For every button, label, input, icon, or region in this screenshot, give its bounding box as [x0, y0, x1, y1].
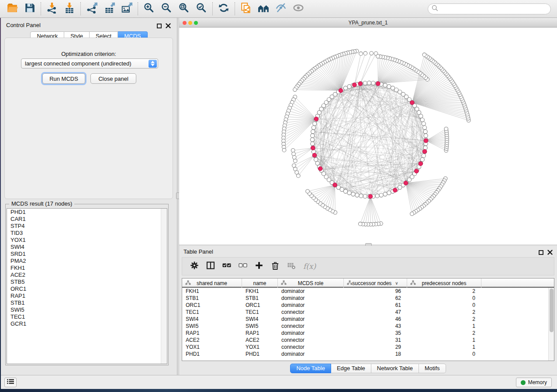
table-cell: 35 [344, 330, 407, 337]
tab-network-table[interactable]: Network Table [371, 364, 419, 373]
table-row[interactable]: SWI5SWI5connector431 [182, 323, 554, 330]
save-session-button[interactable] [21, 1, 38, 16]
control-panel-title: Control Panel [6, 22, 41, 28]
table-cell: SWI5 [182, 323, 242, 330]
mcds-result-list[interactable]: PHD1CAR1STP4TID3YOX1SWI4SRD1PMA2FKH1ACE2… [7, 208, 167, 364]
mcds-result-item[interactable]: CAR1 [7, 216, 167, 223]
sitemap-icon [185, 280, 191, 286]
table-row[interactable]: TEC1TEC1connector472 [182, 309, 554, 316]
mcds-result-item[interactable]: STP4 [7, 223, 167, 230]
mcds-result-item[interactable]: PMA2 [7, 258, 167, 265]
search-icon [431, 4, 439, 14]
mcds-result-item[interactable]: STB5 [7, 279, 167, 285]
export-image-button[interactable] [118, 1, 135, 16]
mcds-result-item[interactable]: ORC1 [7, 285, 167, 292]
mcds-result-item[interactable]: ACE2 [7, 272, 167, 279]
import-table-icon [64, 2, 75, 15]
deselect-all-button[interactable] [239, 261, 247, 272]
first-neighbors-button[interactable] [255, 1, 272, 16]
table-cell: 62 [344, 295, 407, 302]
zoom-fit-button[interactable] [175, 1, 193, 16]
delete-column-icon [271, 261, 280, 272]
table-cell: ORC1 [182, 302, 242, 309]
import-network-button[interactable] [43, 1, 61, 16]
tab-edge-table[interactable]: Edge Table [331, 364, 371, 373]
mcds-result-item[interactable]: TEC1 [7, 313, 167, 320]
mcds-result-item[interactable]: TID3 [7, 230, 167, 237]
table-cell: 18 [344, 351, 407, 358]
close-panel-button[interactable]: Close panel [90, 73, 136, 84]
mcds-result-item[interactable]: SWI4 [7, 244, 167, 251]
node-table[interactable]: shared namenameMCDS rolesuccessor nodes∨… [182, 278, 554, 361]
mcds-result-item[interactable]: GCR1 [7, 320, 167, 327]
column-header-shared-name[interactable]: shared name [182, 279, 242, 288]
duplicate-network-icon [240, 2, 252, 15]
column-header-name[interactable]: name [242, 279, 278, 288]
table-row[interactable]: PHD1PHD1dominator180 [182, 351, 554, 358]
export-table-button[interactable] [100, 1, 118, 16]
tab-motifs[interactable]: Motifs [419, 364, 446, 373]
export-network-button[interactable] [83, 1, 100, 16]
duplicate-network-button[interactable] [237, 1, 255, 16]
table-scrollbar[interactable] [548, 288, 554, 361]
show-all-button[interactable] [290, 1, 307, 16]
zoom-selected-button[interactable] [193, 1, 210, 16]
mcds-result-item[interactable]: YOX1 [7, 237, 167, 244]
mcds-result-item[interactable]: FKH1 [7, 265, 167, 272]
list-icon [7, 378, 14, 386]
close-panel-icon[interactable] [547, 249, 553, 257]
mcds-result-item[interactable]: SWI5 [7, 306, 167, 313]
toolbar-separator [41, 2, 41, 15]
memory-button[interactable]: Memory [516, 378, 552, 387]
show-columns-icon [206, 261, 215, 272]
table-row[interactable]: YOX1YOX1connector291 [182, 344, 554, 351]
table-row[interactable]: ACE2ACE2connector311 [182, 337, 554, 344]
search-input[interactable] [441, 6, 550, 12]
table-cell: dominator [278, 330, 344, 337]
zoom-out-button[interactable] [158, 1, 175, 16]
table-toolbar: f(x) [182, 257, 554, 275]
hide-selected-button[interactable] [272, 1, 290, 16]
desktop-wallpaper [0, 18, 1, 389]
mcds-result-item[interactable]: RAP1 [7, 292, 167, 299]
table-row[interactable]: STB1STB1dominator620 [182, 295, 554, 302]
table-cell: 1 [407, 337, 481, 344]
table-row[interactable]: FKH1FKH1dominator962 [182, 288, 554, 295]
delete-table-button [287, 261, 296, 272]
task-history-button[interactable] [4, 378, 17, 387]
table-row[interactable]: ORC1ORC1dominator610 [182, 302, 554, 309]
column-header-predecessor-nodes[interactable]: predecessor nodes [407, 279, 481, 288]
table-cell: dominator [278, 351, 344, 358]
delete-column-button[interactable] [271, 261, 280, 272]
column-label: MCDS role [298, 280, 324, 286]
mcds-result-item[interactable]: SRD1 [7, 251, 167, 258]
column-header-MCDS-role[interactable]: MCDS role [278, 279, 344, 288]
mcds-result-item[interactable]: STB1 [7, 299, 167, 306]
add-column-button[interactable] [255, 261, 263, 272]
select-all-button[interactable] [222, 261, 231, 272]
network-canvas[interactable] [179, 28, 557, 244]
mcds-result-item[interactable]: PHD1 [7, 209, 167, 216]
show-columns-button[interactable] [206, 261, 215, 272]
table-scrollbar-thumb[interactable] [550, 289, 554, 332]
run-mcds-button[interactable]: Run MCDS [42, 73, 85, 84]
network-view-window: YPA_prune.txt_1 [179, 18, 557, 244]
network-window-titlebar[interactable]: YPA_prune.txt_1 [179, 18, 557, 28]
table-row[interactable]: SWI4SWI4dominator462 [182, 316, 554, 323]
tab-node-table[interactable]: Node Table [290, 364, 331, 373]
sitemap-icon [410, 280, 416, 286]
open-file-button[interactable] [3, 1, 21, 16]
search-box[interactable] [428, 3, 551, 14]
result-list-scrollbar[interactable] [161, 209, 167, 364]
zoom-in-button[interactable] [140, 1, 158, 16]
table-row[interactable]: RAP1RAP1dominator352 [182, 330, 554, 337]
table-options-button[interactable] [190, 261, 199, 272]
import-table-button[interactable] [61, 1, 78, 16]
close-panel-icon[interactable] [166, 22, 171, 30]
float-panel-icon[interactable] [157, 22, 162, 30]
table-cell: STB1 [182, 295, 242, 302]
refresh-view-button[interactable] [215, 1, 232, 16]
criterion-dropdown[interactable]: largest connected component (undirected) [21, 58, 158, 69]
float-panel-icon[interactable] [539, 249, 543, 257]
column-header-successor-nodes[interactable]: successor nodes∨ [344, 279, 407, 288]
